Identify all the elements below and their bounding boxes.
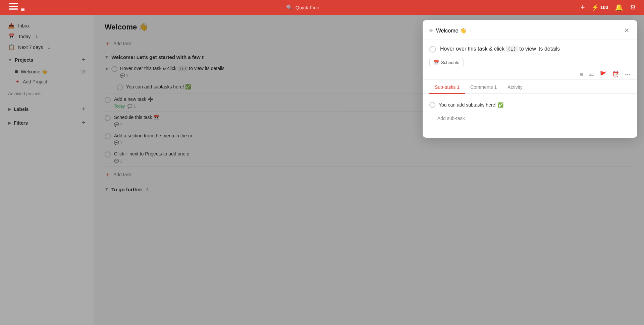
bell-icon: 🔔: [615, 4, 623, 11]
karma-badge[interactable]: ⚡ 100: [592, 4, 608, 11]
list-item: You can add subtasks here! ✅: [429, 99, 631, 111]
comments-tab-label: Comments: [470, 84, 494, 90]
quick-find-label: Quick Find: [296, 5, 320, 10]
subtask-text-1: You can add subtasks here! ✅: [439, 102, 631, 108]
detail-status-dot: [429, 29, 433, 32]
add-task-topbar-button[interactable]: +: [581, 3, 585, 12]
subtasks-section: You can add subtasks here! ✅ ＋ Add sub-t…: [423, 94, 637, 130]
detail-panel: Welcome 👋 ✕ Hover over this task & click…: [423, 20, 637, 138]
subtasks-tab-label: Sub-tasks: [435, 84, 457, 90]
notifications-button[interactable]: 🔔: [615, 3, 623, 11]
tab-subtasks[interactable]: Sub-tasks 1: [429, 81, 465, 94]
subtasks-tab-count: 1: [457, 84, 460, 90]
detail-tabs: Sub-tasks 1 Comments 1 Activity: [423, 81, 637, 94]
detail-task-text: Hover over this task & click (i) to view…: [440, 45, 631, 53]
quick-find-button[interactable]: 🔍 Quick Find: [286, 4, 320, 11]
bookmark-toolbar-icon[interactable]: 🏷: [589, 71, 594, 78]
detail-title-row: Welcome 👋: [429, 27, 467, 34]
more-toolbar-icon[interactable]: •••: [625, 71, 631, 78]
add-subtask-label: Add sub-task: [437, 116, 465, 121]
detail-task-checkbox[interactable]: [429, 46, 436, 53]
detail-task-title-row: Hover over this task & click (i) to view…: [423, 40, 637, 55]
gear-icon: ⚙: [630, 4, 636, 11]
karma-score: 100: [600, 5, 608, 10]
tab-activity[interactable]: Activity: [502, 81, 528, 94]
close-button[interactable]: ✕: [623, 25, 631, 36]
add-subtask-button[interactable]: ＋ Add sub-task: [429, 112, 631, 124]
schedule-btn-label: Schedule: [441, 60, 459, 65]
detail-actions-row: 📅 Schedule: [423, 55, 637, 70]
topbar-right: + ⚡ 100 🔔 ⚙: [581, 3, 636, 12]
calendar-icon: 📅: [434, 60, 439, 65]
detail-toolbar: ≡ 🏷 🚩 ⏰ •••: [423, 70, 637, 80]
detail-header: Welcome 👋 ✕: [423, 20, 637, 40]
add-subtask-plus-icon: ＋: [429, 115, 435, 122]
schedule-button[interactable]: 📅 Schedule: [429, 58, 464, 67]
app-logo[interactable]: ≡: [8, 1, 25, 14]
subtask-checkbox-1[interactable]: [429, 102, 435, 108]
alarm-toolbar-icon[interactable]: ⏰: [612, 71, 619, 78]
detail-project-name: Welcome 👋: [436, 27, 467, 34]
karma-icon: ⚡: [592, 4, 599, 11]
search-icon: 🔍: [286, 4, 293, 11]
tab-comments[interactable]: Comments 1: [465, 81, 502, 94]
settings-button[interactable]: ⚙: [630, 3, 636, 11]
flag-toolbar-icon[interactable]: 🚩: [600, 71, 607, 78]
activity-tab-label: Activity: [507, 84, 522, 90]
list-toolbar-icon[interactable]: ≡: [580, 71, 583, 78]
comments-tab-count: 1: [494, 84, 497, 90]
topbar: ≡ 🔍 Quick Find + ⚡ 100 🔔 ⚙: [0, 0, 644, 15]
